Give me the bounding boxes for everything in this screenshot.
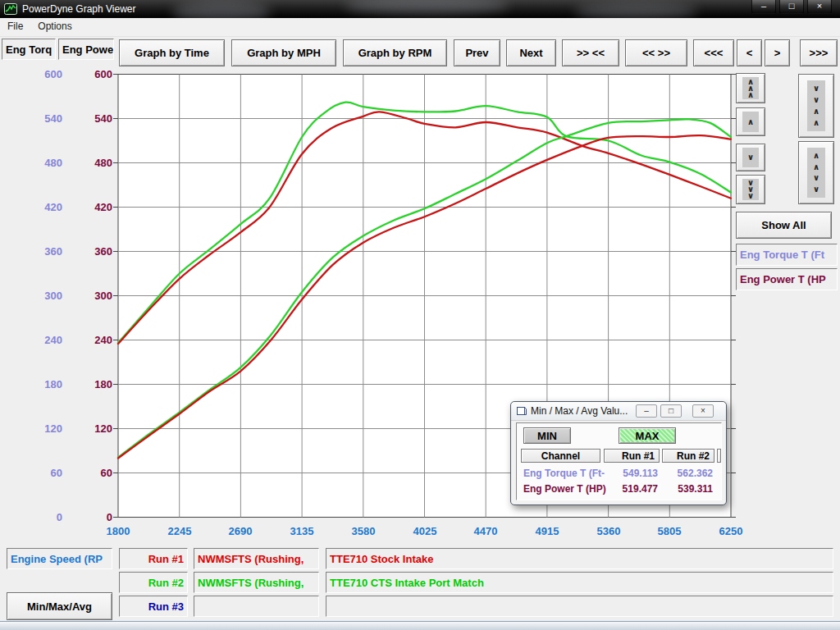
power-axis-header: Eng Powe — [58, 39, 114, 60]
minmax-window-title: Min / Max / Avg Valu... — [531, 405, 641, 417]
maximize-icon[interactable]: □ — [779, 0, 804, 14]
x-channel-box: Engine Speed (RP — [7, 548, 112, 569]
aero-glass-highlight — [172, 2, 271, 18]
minmax-title-bar: Min / Max / Avg Valu... – □ × — [511, 402, 726, 421]
toolbar-button-graph-by-time[interactable]: Graph by Time — [119, 39, 225, 66]
toolbar-button-[interactable]: > — [765, 39, 790, 66]
maximize-icon[interactable]: □ — [660, 404, 682, 418]
toolbar-button-graph-by-mph[interactable]: Graph by MPH — [231, 39, 336, 66]
power-tick-label: 360 — [63, 245, 112, 258]
run2-column-header[interactable]: Run #2 — [662, 449, 714, 463]
menu-options[interactable]: Options — [30, 18, 79, 34]
aero-glass-highlight — [574, 3, 697, 18]
rpm-tick-label: 6250 — [706, 525, 756, 537]
scroll-up-button[interactable]: ∧ — [736, 107, 765, 136]
legend-operator-box — [194, 596, 319, 617]
expand-scale-button-glyph: ∧∧∨∨ — [807, 148, 825, 198]
compress-scale-button-glyph: ∨∨∧∧ — [807, 80, 825, 131]
torque-tick-label: 540 — [13, 112, 62, 126]
minmax-avg-button[interactable]: Min/Max/Avg — [7, 592, 112, 620]
legend-run-label: Run #1 — [119, 548, 188, 569]
legend-description-box: TTE710 CTS Intake Port Match — [326, 572, 833, 593]
toolbar-button-prev[interactable]: Prev — [454, 39, 500, 66]
toolbar-button-[interactable]: <<< — [693, 39, 734, 66]
torque-tick-label: 120 — [13, 422, 62, 436]
minmax-row-value: 519.477 — [604, 483, 658, 495]
power-tick-label: 540 — [63, 112, 112, 126]
minmax-window-icon — [516, 405, 527, 417]
legend-operator-box: NWMSFTS (Rushing, — [194, 548, 319, 569]
power-tick-label: 0 — [63, 511, 112, 524]
torque-tick-label: 420 — [13, 201, 62, 214]
power-tick-label: 180 — [63, 378, 112, 391]
run1-column-header[interactable]: Run #1 — [604, 449, 660, 463]
rpm-tick-label: 3580 — [339, 525, 388, 537]
menu-file[interactable]: File — [0, 18, 30, 34]
scroll-far-up-button-glyph: ∧∧∧ — [742, 77, 759, 99]
power-tick-label: 60 — [63, 467, 112, 480]
power-channel-label: Eng Power T (HP — [736, 268, 838, 290]
legend-description-box — [326, 596, 833, 617]
title-bar: PowerDyne Graph Viewer – □ × — [0, 0, 840, 18]
torque-tick-label: 300 — [13, 290, 62, 303]
show-all-button[interactable]: Show All — [736, 212, 832, 239]
rpm-tick-label: 4025 — [400, 525, 450, 537]
compress-scale-button[interactable]: ∨∨∧∧ — [798, 74, 834, 138]
torque-tick-label: 60 — [13, 467, 62, 480]
torque-axis-header: Eng Torq — [2, 39, 56, 60]
aero-glass-highlight — [345, 0, 509, 15]
toolbar-button-next[interactable]: Next — [506, 39, 556, 66]
minmax-row-value: 539.311 — [662, 483, 713, 495]
legend-run-label: Run #3 — [119, 596, 188, 617]
min-button[interactable]: MIN — [523, 427, 571, 444]
rpm-tick-label: 2690 — [216, 525, 265, 537]
app-icon — [4, 2, 17, 16]
scroll-far-down-button[interactable]: ∨∨∨ — [736, 175, 765, 204]
minmax-body: MIN MAX Channel Run #1 Run #2 Eng Torque… — [516, 422, 722, 500]
legend-run-label: Run #2 — [119, 572, 188, 593]
rpm-tick-label: 4915 — [523, 525, 572, 537]
close-icon[interactable]: × — [692, 404, 714, 418]
minmax-window: Min / Max / Avg Valu... – □ × MIN MAX Ch… — [510, 401, 727, 505]
power-tick-label: 600 — [63, 68, 112, 81]
power-tick-label: 240 — [63, 334, 112, 347]
powerdyne-window: PowerDyne Graph Viewer – □ × FileOptions… — [0, 0, 840, 630]
torque-tick-label: 360 — [13, 245, 62, 258]
max-button[interactable]: MAX — [619, 427, 676, 444]
toolbar-button-[interactable]: < — [737, 39, 762, 66]
scroll-far-up-button[interactable]: ∧∧∧ — [736, 73, 765, 103]
rpm-tick-label: 2245 — [155, 525, 204, 537]
toolbar-button-graph-by-rpm[interactable]: Graph by RPM — [343, 39, 447, 66]
minimize-icon[interactable]: – — [751, 0, 776, 14]
scroll-down-button-glyph: ∨ — [742, 148, 759, 167]
toolbar-button-[interactable]: << >> — [625, 39, 687, 66]
rpm-tick-label: 4470 — [461, 525, 510, 537]
scroll-far-down-button-glyph: ∨∨∨ — [742, 179, 759, 200]
expand-scale-button[interactable]: ∧∧∨∨ — [798, 141, 834, 204]
rpm-tick-label: 1800 — [94, 525, 143, 537]
torque-tick-label: 240 — [13, 334, 62, 347]
toolbar-button-[interactable]: >> << — [562, 39, 619, 66]
power-tick-label: 420 — [63, 201, 112, 214]
minmax-row-channel: Eng Power T (HP) — [523, 483, 614, 495]
torque-tick-label: 480 — [13, 157, 62, 170]
rpm-tick-label: 5805 — [645, 525, 694, 537]
window-bottom-border — [0, 621, 840, 630]
torque-tick-label: 0 — [13, 511, 62, 524]
torque-tick-label: 180 — [13, 378, 62, 391]
toolbar-button-[interactable]: >>> — [800, 39, 838, 66]
legend-description-box: TTE710 Stock Intake — [326, 548, 833, 569]
scroll-down-button[interactable]: ∨ — [736, 144, 765, 171]
scroll-up-button-glyph: ∧ — [742, 112, 759, 132]
minmax-row-value: 562.362 — [662, 468, 713, 479]
window-title: PowerDyne Graph Viewer — [22, 3, 136, 15]
channel-column-header[interactable]: Channel — [521, 449, 600, 463]
rpm-tick-label: 5360 — [584, 525, 633, 537]
close-icon[interactable]: × — [807, 0, 832, 14]
rpm-tick-label: 3135 — [277, 525, 326, 537]
minmax-row-value: 549.113 — [604, 468, 658, 479]
run3-column-sliver — [717, 449, 721, 463]
torque-tick-label: 600 — [13, 68, 62, 81]
minimize-icon[interactable]: – — [636, 404, 657, 418]
power-tick-label: 120 — [63, 422, 112, 436]
